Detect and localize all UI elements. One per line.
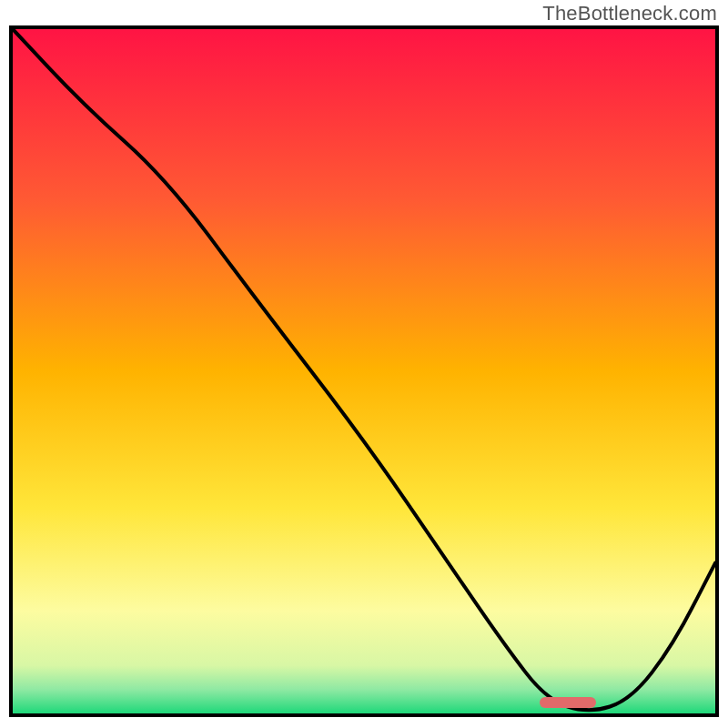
plot-area [9, 25, 719, 717]
chart-frame: TheBottleneck.com [0, 0, 728, 728]
gradient-background [13, 29, 715, 713]
chart-svg [13, 29, 715, 713]
optimal-region-marker [540, 697, 596, 708]
watermark-text: TheBottleneck.com [542, 2, 717, 25]
